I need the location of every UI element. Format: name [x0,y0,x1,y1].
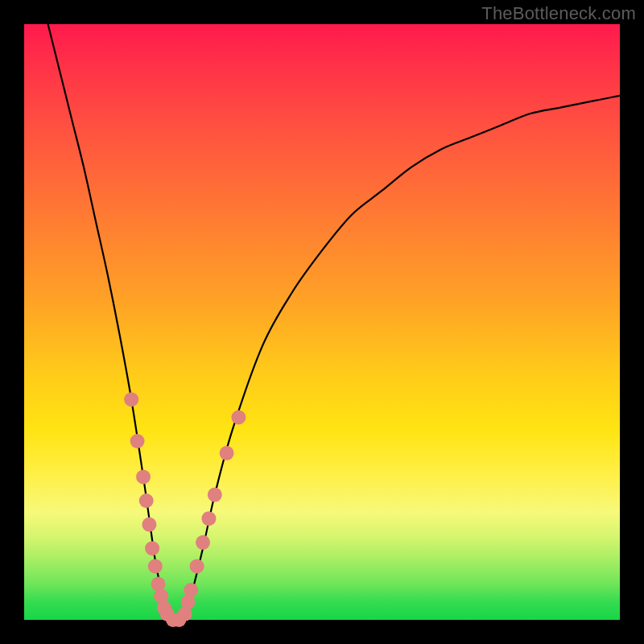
data-point [139,493,154,508]
bottleneck-curve [48,24,620,621]
chart-svg [24,24,620,620]
data-point [124,392,138,407]
watermark-text: TheBottleneck.com [481,3,636,24]
data-point [136,469,151,484]
data-point [130,434,145,448]
data-point [231,410,246,424]
data-point [142,518,156,532]
data-point [184,583,198,597]
data-point [190,559,204,573]
data-point [145,541,159,555]
data-point [148,559,163,573]
data-point [201,511,216,526]
data-point [208,488,222,502]
data-point [196,535,210,550]
chart-frame: TheBottleneck.com [0,0,644,644]
plot-area [24,24,620,620]
data-point [220,446,234,460]
